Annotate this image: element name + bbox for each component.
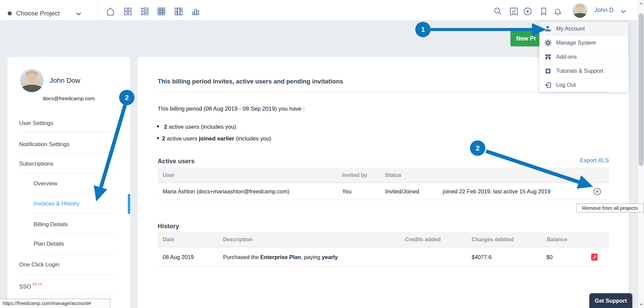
column-balance: Balance xyxy=(547,232,567,247)
profile-name: John Dow xyxy=(50,76,80,84)
cell-description: Purchased the Enterprise Plan, paying ye… xyxy=(223,247,338,264)
sidebar-divider xyxy=(19,131,115,131)
scroll-down-icon[interactable] xyxy=(639,302,643,306)
remove-user-icon[interactable] xyxy=(593,187,601,196)
sidebar-item-subscriptions[interactable]: Subscriptions xyxy=(19,160,53,168)
profile-email: docs@freedcamp.com xyxy=(7,96,130,102)
column-user: User xyxy=(163,168,175,183)
cell-balance: $0 xyxy=(546,247,552,264)
choose-project-selector[interactable]: Choose Project xyxy=(16,0,60,20)
history-row: 08 Aug 2019 Purchased the Enterprise Pla… xyxy=(158,247,609,267)
annotation-step-2-remove: 2 xyxy=(470,140,485,156)
add-new-icon[interactable] xyxy=(523,6,533,16)
status-bar-url: https://freedcamp.com/manage/account# xyxy=(0,299,110,308)
grid-view-icon[interactable] xyxy=(156,6,166,16)
menu-item-tutorials-support[interactable]: Tutorials & Support xyxy=(539,64,628,78)
menu-item-add-ons[interactable]: Add-ons xyxy=(539,50,628,64)
active-user-row: Maria Ashton (docs+mariaashton@freedcamp… xyxy=(158,183,609,200)
sidebar-divider xyxy=(33,254,115,254)
sidebar-divider xyxy=(19,153,115,153)
menu-item-log-out[interactable]: Log Out xyxy=(539,78,628,92)
cell-status: Invited/Joined xyxy=(385,183,419,200)
top-navigation-bar: Choose Project John D. xyxy=(0,0,644,20)
cell-date: 08 Aug 2019 xyxy=(163,247,194,264)
chevron-down-icon xyxy=(76,11,82,17)
sidebar-item-sso[interactable]: SSOBETA xyxy=(19,280,42,288)
column-credits-added: Credits added xyxy=(405,232,441,247)
home-icon[interactable] xyxy=(105,6,115,16)
active-item-indicator xyxy=(128,194,130,214)
sidebar-item-plan-details[interactable]: Plan Details xyxy=(34,240,64,248)
topbar-divider xyxy=(97,0,98,20)
scrollbar-thumb[interactable] xyxy=(639,13,644,166)
bullet-dot xyxy=(157,137,159,139)
user-dropdown-menu: My Account Manage System Add-ons Tutoria… xyxy=(539,22,628,92)
annotation-step-2-sidebar: 2 xyxy=(119,90,135,105)
column-charges-debited: Charges debited xyxy=(472,232,514,247)
menu-item-label: My Account xyxy=(556,25,585,32)
menu-item-label: Tutorials & Support xyxy=(556,68,603,74)
sidebar-item-overview[interactable]: Overview xyxy=(34,180,57,188)
remove-tooltip: Remove from all projects xyxy=(576,203,644,212)
history-title: History xyxy=(158,223,179,230)
gear-icon xyxy=(544,39,552,47)
sidebar-item-notification-settings[interactable]: Notification Settings xyxy=(19,140,69,148)
sidebar-divider xyxy=(19,294,115,294)
logout-icon xyxy=(544,81,552,89)
my-tasks-icon[interactable] xyxy=(509,6,519,16)
cell-user: Maria Ashton (docs+mariaashton@freedcamp… xyxy=(163,183,289,200)
list-view-icon[interactable] xyxy=(140,6,150,16)
menu-item-label: Log Out xyxy=(556,82,576,88)
menu-item-manage-system[interactable]: Manage System xyxy=(539,36,628,50)
active-users-table-header: User Invited by Status xyxy=(158,168,609,183)
get-support-button[interactable]: Get Support xyxy=(589,293,632,308)
billing-period-line: This billing period (08 Aug 2019 - 08 Se… xyxy=(158,106,305,112)
bullet-joined-earlier: 2 active users joined earlier (includes … xyxy=(157,135,271,142)
user-edit-icon xyxy=(544,25,552,33)
user-menu-trigger[interactable]: John D. xyxy=(594,0,615,20)
sidebar-divider xyxy=(19,173,115,174)
history-table-header: Date Description Credits added Charges d… xyxy=(158,232,609,247)
store-icon xyxy=(544,53,552,61)
bookmarks-icon[interactable] xyxy=(539,6,549,16)
menu-item-label: Manage System xyxy=(556,40,596,46)
search-icon[interactable] xyxy=(493,6,503,16)
life-ring-icon xyxy=(544,67,552,75)
column-date: Date xyxy=(163,232,174,247)
sidebar-item-label: SSO xyxy=(19,284,31,290)
page-scrollbar[interactable] xyxy=(638,0,644,308)
menu-item-label: Add-ons xyxy=(556,54,577,60)
project-dot-icon xyxy=(8,11,12,15)
column-description: Description xyxy=(223,232,253,247)
pdf-invoice-icon[interactable] xyxy=(591,253,598,261)
freedcamp-account-page: Choose Project John D. New Pr My Account… xyxy=(0,0,644,308)
bullet-active-users: 2 active users (includes you) xyxy=(157,124,236,130)
scroll-up-icon[interactable] xyxy=(639,2,643,6)
cell-activity: joined 22 Feb 2019, last active 15 Aug 2… xyxy=(443,183,550,200)
menu-item-my-account[interactable]: My Account xyxy=(539,22,628,36)
column-invited-by: Invited by xyxy=(342,168,367,183)
account-sidebar: John Dow docs@freedcamp.com User Setting… xyxy=(7,57,130,308)
annotation-step-1: 1 xyxy=(415,22,431,37)
sidebar-divider xyxy=(19,274,115,274)
billing-content-card: This billing period invites, active user… xyxy=(138,57,629,308)
sidebar-item-user-settings[interactable]: User Settings xyxy=(19,119,53,127)
chart-view-icon[interactable] xyxy=(191,6,201,16)
kanban-view-icon[interactable] xyxy=(173,6,183,16)
sidebar-item-billing-details[interactable]: Billing Details xyxy=(34,221,68,229)
notifications-icon[interactable] xyxy=(553,6,563,16)
cell-invited-by: You xyxy=(342,183,352,200)
sidebar-item-one-click-login[interactable]: One Click Login xyxy=(19,261,59,269)
board-view-icon[interactable] xyxy=(123,6,133,16)
chevron-down-icon xyxy=(621,9,626,14)
export-xls-link[interactable]: Export XLS xyxy=(580,157,609,164)
beta-badge: BETA xyxy=(33,282,42,286)
column-status: Status xyxy=(385,168,401,183)
sidebar-item-invoices-history[interactable]: Invoices & History xyxy=(34,200,79,208)
user-avatar[interactable] xyxy=(573,3,587,18)
sidebar-divider xyxy=(33,193,115,194)
billing-heading: This billing period invites, active user… xyxy=(158,78,343,85)
bullet-dot xyxy=(157,125,159,127)
heading-divider xyxy=(158,93,609,93)
sidebar-divider xyxy=(33,213,115,214)
